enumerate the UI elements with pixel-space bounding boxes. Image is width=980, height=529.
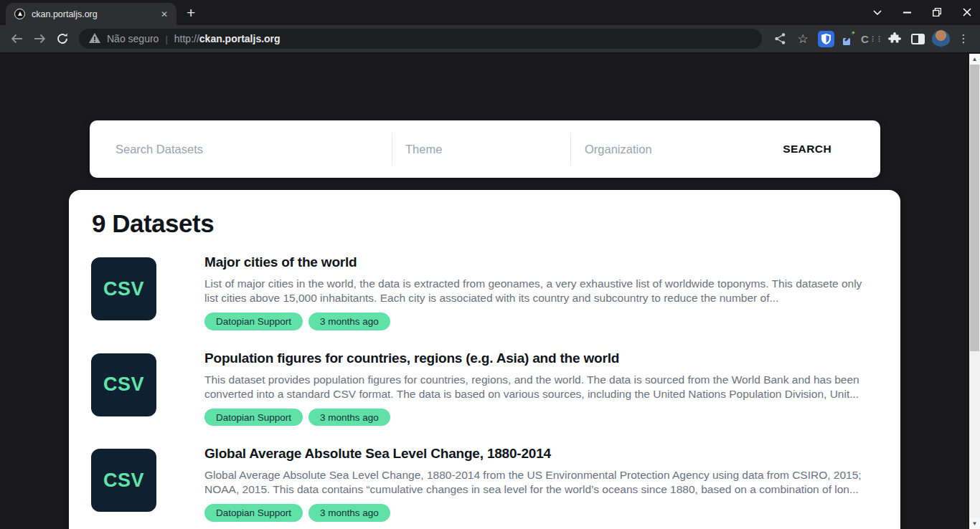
browser-tab[interactable]: ckan.portaljs.org ✕	[6, 3, 176, 25]
browser-menu-icon[interactable]: ⋮	[953, 28, 974, 49]
updated-time-badge[interactable]: 3 months ago	[308, 409, 390, 426]
close-window-button[interactable]	[963, 8, 971, 16]
dataset-description: Global Average Absolute Sea Level Change…	[204, 468, 877, 497]
dataset-row: CSV Major cities of the world List of ma…	[91, 257, 877, 330]
security-label: Não seguro	[107, 33, 159, 44]
share-icon[interactable]	[769, 28, 791, 49]
reload-button[interactable]	[52, 28, 73, 49]
dataset-list: CSV Major cities of the world List of ma…	[91, 257, 877, 529]
dataset-description: This dataset provides population figures…	[204, 373, 877, 401]
window-menu-chevron-icon[interactable]	[873, 10, 882, 15]
theme-input[interactable]	[392, 120, 570, 178]
forward-button[interactable]	[29, 28, 50, 49]
window-controls	[873, 0, 971, 24]
scroll-up-arrow-icon[interactable]: ▲	[969, 54, 980, 65]
side-panel-icon[interactable]	[907, 28, 928, 49]
dataset-description: List of major cities in the world, the d…	[204, 277, 877, 305]
scroll-down-arrow-icon[interactable]: ▼	[969, 518, 980, 529]
search-datasets-input[interactable]	[90, 120, 392, 178]
page-content: SEARCH 9 Datasets CSV Major cities of th…	[0, 54, 980, 529]
scrollbar-thumb[interactable]	[970, 65, 979, 351]
organization-badge[interactable]: Datopian Support	[204, 409, 303, 426]
dataset-row: CSV Global Average Absolute Sea Level Ch…	[91, 449, 877, 522]
organization-badge[interactable]: Datopian Support	[204, 313, 303, 330]
address-bar[interactable]: Não seguro | http://ckan.portaljs.org	[79, 29, 762, 49]
csv-format-icon[interactable]: CSV	[91, 353, 156, 416]
url-scheme: http://	[174, 33, 199, 44]
dataset-row: CSV Population figures for countries, re…	[91, 353, 877, 426]
profile-avatar[interactable]	[930, 28, 951, 49]
dataset-title[interactable]: Population figures for countries, region…	[204, 351, 877, 366]
updated-time-badge[interactable]: 3 months ago	[308, 313, 390, 330]
dataset-title[interactable]: Global Average Absolute Sea Level Change…	[204, 446, 877, 462]
csv-format-icon[interactable]: CSV	[91, 257, 156, 320]
browser-toolbar: Não seguro | http://ckan.portaljs.org ☆ …	[0, 25, 980, 53]
back-button[interactable]	[6, 28, 27, 49]
bitwarden-extension-icon[interactable]	[815, 28, 837, 49]
url-text: http://ckan.portaljs.org	[174, 33, 281, 44]
url-separator: |	[165, 34, 167, 44]
organization-input[interactable]	[571, 120, 768, 178]
new-tab-button[interactable]: +	[187, 5, 195, 20]
tab-close-icon[interactable]: ✕	[158, 8, 171, 21]
restore-button[interactable]	[933, 8, 941, 16]
browser-titlebar: ckan.portaljs.org ✕ +	[0, 0, 980, 25]
organization-badge[interactable]: Datopian Support	[204, 504, 303, 522]
url-host: ckan.portaljs.org	[199, 33, 281, 44]
datasets-count-heading: 9 Datasets	[91, 209, 877, 238]
updated-time-badge[interactable]: 3 months ago	[308, 504, 390, 522]
page-scrollbar[interactable]: ▲ ▼	[969, 54, 980, 529]
search-button[interactable]: SEARCH	[768, 120, 880, 178]
colorzilla-extension-icon[interactable]	[838, 28, 859, 49]
bookmark-star-icon[interactable]: ☆	[792, 28, 814, 49]
site-favicon-icon	[14, 9, 25, 19]
datasets-card: 9 Datasets CSV Major cities of the world…	[69, 190, 900, 529]
dataset-search-card: SEARCH	[90, 120, 880, 178]
extensions-puzzle-icon[interactable]	[884, 28, 905, 49]
c-extension-icon[interactable]: C⋮⋮	[861, 28, 882, 49]
csv-format-icon[interactable]: CSV	[91, 449, 156, 512]
minimize-button[interactable]	[903, 11, 911, 14]
not-secure-warning-icon	[89, 33, 100, 45]
tab-title: ckan.portaljs.org	[32, 9, 151, 19]
dataset-title[interactable]: Major cities of the world	[204, 254, 877, 270]
